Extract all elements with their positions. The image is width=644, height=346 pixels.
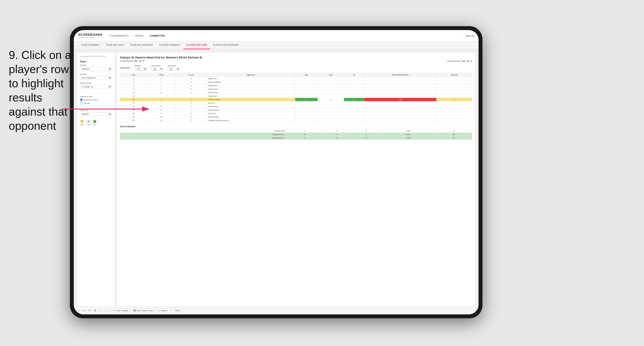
refresh-btn[interactable]: ⟳	[88, 309, 92, 313]
settings-btn[interactable]: ⚙	[93, 309, 97, 313]
nav-teams[interactable]: TEAMS	[135, 34, 144, 37]
view-icon: 👁	[114, 310, 116, 312]
subnav-team-h2h-heatmap[interactable]: TEAM H2H HEATMAP	[127, 41, 156, 49]
division-record: Division Record: 331 - 34 - 6	[447, 60, 472, 62]
watch-btn[interactable]: 👀 Watch ▾	[156, 309, 170, 313]
subnav-team-summary[interactable]: TEAM SUMMARY	[78, 41, 103, 49]
watch-icon: 👀	[158, 310, 160, 312]
opponent-view-label: Opponent view	[80, 96, 112, 98]
redo-btn[interactable]: ↪	[82, 309, 86, 313]
table-row[interactable]: 5 2 2 Alexis Sudijianto	[120, 80, 472, 84]
table-row[interactable]: 20 11 7 Federica Domecq Lacroze	[120, 119, 472, 122]
ood-row[interactable]: Foreign Team 1 0 0 4.500 2	[120, 129, 472, 133]
radio-top-100[interactable]: Top 100	[80, 102, 112, 105]
table-row[interactable]: 3 3 1 Esther Lee	[120, 77, 472, 80]
legend: Down Level Up	[80, 120, 112, 126]
conference-select[interactable]: (All)	[151, 67, 163, 71]
opponent-filter: Opponent (All)	[168, 65, 180, 71]
opponent-select[interactable]: (All)	[168, 67, 180, 71]
legend-up: Up	[93, 120, 96, 126]
undo-btn[interactable]: ↩	[77, 309, 80, 313]
col-conf: # Conf	[176, 73, 207, 77]
save-icon: 💾	[134, 310, 136, 312]
table-row[interactable]: 13 1 1 Jessica Huang 0 1 0 -3.00 2	[120, 98, 472, 101]
ood-row[interactable]: NAIA Division 1 15 0 0 9.267 30	[120, 133, 472, 136]
region-label: Region	[135, 65, 147, 67]
region-filter: Region (All)	[135, 65, 147, 71]
col-diff: Diff Av Strokes/Rnd	[364, 73, 436, 77]
table-row[interactable]: 19 10 6 Emily Chang	[120, 115, 472, 119]
division-select[interactable]: NCAA Division III	[80, 76, 112, 80]
table-row[interactable]: 11 Haeji Hyun	[120, 94, 472, 98]
download-btn[interactable]: ↓	[99, 309, 102, 313]
division-label: Division	[80, 73, 112, 75]
main-table: # Div # Reg # Conf Opponent Win Loss Tie…	[120, 73, 472, 122]
radio-opponents-played[interactable]: Opponents Played	[80, 98, 112, 101]
col-div: # Div	[120, 73, 147, 77]
logo: SCOREBOARD Powered by clippd	[78, 33, 102, 38]
bottom-toolbar: ↩ ↪ ⟳ ⚙ ↓ ○ 👁 View: Original 💾 Save Cust…	[74, 307, 478, 314]
table-row[interactable]: 6 1 3 Sydney Kuo	[120, 84, 472, 87]
table-row[interactable]: 14 7 4 Eunice Yi	[120, 101, 472, 105]
opponent-label: Opponent	[168, 65, 180, 67]
region-select[interactable]: (All)	[135, 67, 147, 71]
col-loss: Loss	[318, 73, 344, 77]
subnav-player-h2h-grid[interactable]: PLAYER H2H GRID	[184, 41, 210, 49]
subnav-player-h2h-heatmap[interactable]: PLAYER H2H HEATMAP	[210, 41, 242, 49]
save-custom-view-btn[interactable]: 💾 Save Custom View	[132, 309, 154, 313]
left-panel: Last Updated: 27/03/2024 16:55:38 Player…	[77, 53, 114, 311]
tablet-frame: SCOREBOARD Powered by clippd TOURNAMENTS…	[70, 26, 482, 318]
gender-label: Gender	[80, 64, 112, 66]
instruction-text: 9. Click on a player's row to highlight …	[9, 48, 72, 133]
grid-title: Katelyn Vo Head-to-Head Grid for Women's…	[120, 56, 472, 59]
opponents-filter-label: Opponents:	[120, 67, 130, 69]
col-opponent: Opponent	[207, 73, 295, 77]
legend-down: Down	[80, 120, 84, 126]
overall-record: Overall Record: 353 - 34 - 6	[120, 60, 144, 62]
subnav-team-h2h-grid[interactable]: TEAM H2H GRID	[103, 41, 127, 49]
filters-container: Opponents: Region (All) Conference (All)	[120, 65, 472, 71]
conference-label: Conference	[151, 65, 163, 67]
table-row[interactable]: 9 1 4 Sharon Mun	[120, 87, 472, 91]
out-of-division-title: Out of division	[120, 125, 472, 128]
sub-nav: TEAM SUMMARY TEAM H2H GRID TEAM H2H HEAT…	[74, 41, 478, 49]
ood-row[interactable]: NCAA Division 2 5 0 0 7.400 10	[120, 136, 472, 140]
gender-select[interactable]: Women's	[80, 67, 112, 71]
share-btn[interactable]: ↗ Share	[171, 309, 182, 313]
colour-by-label: Colour by	[80, 109, 112, 111]
col-rounds: Rounds	[436, 73, 472, 77]
nav-tournaments[interactable]: TOURNAMENTS	[109, 34, 128, 37]
nav-committee[interactable]: COMMITTEE	[150, 34, 165, 37]
conference-filter: Conference (All)	[151, 65, 163, 71]
last-updated: Last Updated: 27/03/2024 16:55:38	[80, 55, 112, 58]
share-icon: ↗	[173, 310, 174, 312]
top-nav: SCOREBOARD Powered by clippd TOURNAMENTS…	[74, 30, 478, 41]
player-rank-select[interactable]: 8. Katelyn Vo	[80, 85, 112, 89]
legend-level: Level	[87, 120, 90, 126]
top-nav-links: TOURNAMENTS TEAMS COMMITTEE	[109, 34, 463, 37]
sign-out-link[interactable]: Sign out	[466, 34, 474, 37]
data-panel: Katelyn Vo Head-to-Head Grid for Women's…	[117, 53, 475, 311]
table-row[interactable]: 10 6 3 Andrea York	[120, 91, 472, 94]
table-row[interactable]: 15 8 5 Stella Cheng	[120, 105, 472, 108]
tablet-screen: SCOREBOARD Powered by clippd TOURNAMENTS…	[74, 30, 478, 314]
col-win: Win	[295, 73, 318, 77]
player-section-title: Player	[80, 60, 112, 63]
opponent-view-radios: Opponents Played Top 100	[80, 98, 112, 105]
ood-table-wrapper: Foreign Team 1 0 0 4.500 2 NAIA Division…	[120, 129, 472, 140]
main-content: Last Updated: 27/03/2024 16:55:38 Player…	[74, 49, 478, 314]
records-row: Overall Record: 353 - 34 - 6 Division Re…	[120, 60, 472, 62]
subnav-player-summary[interactable]: PLAYER SUMMARY	[156, 41, 184, 49]
table-row[interactable]: 16 9 1 Jessica Mason	[120, 108, 472, 112]
col-reg: # Reg	[147, 73, 176, 77]
colour-by-select[interactable]: Win/loss	[80, 112, 112, 116]
toolbar-sep1	[109, 309, 110, 313]
view-original-btn[interactable]: 👁 View: Original	[112, 309, 130, 313]
circle-btn[interactable]: ○	[104, 309, 107, 313]
col-tie: Tie	[344, 73, 364, 77]
ood-table: Foreign Team 1 0 0 4.500 2 NAIA Division…	[120, 129, 472, 140]
main-table-wrapper: # Div # Reg # Conf Opponent Win Loss Tie…	[120, 73, 472, 122]
table-row[interactable]: 18 2 2 Euna Lee	[120, 112, 472, 115]
player-rank-label: Player (Rank)	[80, 82, 112, 84]
